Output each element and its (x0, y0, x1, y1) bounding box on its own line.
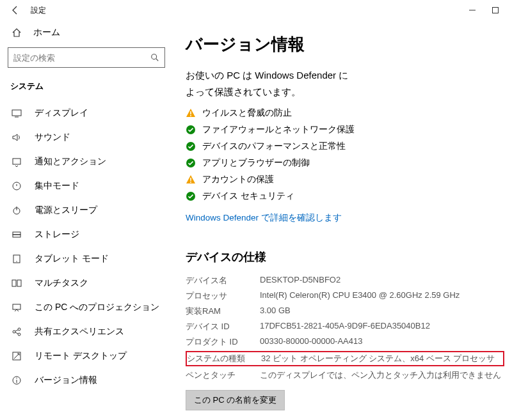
sidebar-item-power[interactable]: 電源とスリープ (3, 198, 170, 222)
svg-point-22 (16, 378, 17, 378)
spec-label-pen-touch: ペンとタッチ (186, 369, 250, 381)
sidebar-item-label: ストレージ (35, 229, 79, 240)
nav-list: ディスプレイ サウンド 通知とアクション 集中モード 電源とスリープ ストレージ (3, 101, 170, 393)
sidebar-item-label: 電源とスリープ (35, 205, 97, 216)
storage-icon (10, 229, 23, 240)
spec-value-product-id: 00330-80000-00000-AA413 (260, 336, 504, 348)
search-input[interactable] (13, 53, 150, 63)
sidebar-item-projection[interactable]: この PC へのプロジェクション (3, 295, 170, 320)
svg-rect-1 (493, 8, 499, 13)
svg-rect-13 (12, 280, 16, 286)
spec-heading: デバイスの仕様 (186, 249, 504, 265)
spec-label-processor: プロセッサ (186, 290, 250, 302)
sidebar-item-display[interactable]: ディスプレイ (3, 101, 170, 125)
shield-warn-icon (186, 108, 196, 118)
spec-row-highlighted: システムの種類 32 ビット オペレーティング システム、x64 ベース プロセ… (186, 351, 504, 366)
spec-label-device-name: デバイス名 (186, 275, 250, 286)
defender-link[interactable]: Windows Defender で詳細を確認します (186, 212, 504, 224)
main-content: バージョン情報 お使いの PC は Windows Defender に よって… (173, 20, 512, 420)
sidebar-item-multitask[interactable]: マルチタスク (3, 271, 170, 295)
spec-value-device-name: DESKTOP-D5NBFO2 (260, 275, 504, 286)
shield-ok-icon (186, 191, 196, 201)
svg-point-24 (190, 115, 191, 116)
svg-rect-4 (12, 110, 21, 116)
shield-warn-icon (186, 175, 196, 185)
spec-label-device-id: デバイス ID (186, 321, 250, 332)
security-item: デバイス セキュリティ (186, 191, 504, 202)
shared-icon (10, 327, 23, 337)
sidebar-item-focus[interactable]: 集中モード (3, 174, 170, 198)
spec-label-ram: 実装RAM (186, 306, 250, 317)
rename-pc-button[interactable]: この PC の名前を変更 (186, 390, 285, 410)
security-item-label: アプリとブラウザーの制御 (202, 157, 310, 169)
svg-rect-9 (13, 232, 20, 235)
window-title: 設定 (31, 5, 46, 16)
spec-table: デバイス名 DESKTOP-D5NBFO2 プロセッサ Intel(R) Cel… (186, 275, 504, 381)
spec-value-system-type: 32 ビット オペレーティング システム、x64 ベース プロセッサ (261, 353, 503, 364)
sidebar-item-label: この PC へのプロジェクション (35, 302, 159, 313)
spec-value-pen-touch: このディスプレイでは、ペン入力とタッチ入力は利用できません (260, 369, 504, 381)
spec-label-system-type: システムの種類 (187, 353, 251, 364)
sidebar-item-label: 共有エクスペリエンス (35, 326, 124, 338)
maximize-button[interactable] (484, 1, 507, 19)
page-title: バージョン情報 (186, 33, 504, 56)
security-item: デバイスのパフォーマンスと正常性 (186, 141, 504, 152)
shield-ok-icon (186, 125, 196, 135)
sidebar-item-storage[interactable]: ストレージ (3, 222, 170, 247)
sound-icon (10, 132, 23, 143)
spec-value-device-id: 17DFCB51-2821-405A-9D9F-6EDA35040B12 (260, 321, 504, 332)
svg-point-29 (190, 182, 191, 183)
svg-point-18 (18, 333, 20, 336)
protection-line2: よって保護されています。 (186, 86, 301, 97)
spec-value-processor: Intel(R) Celeron(R) CPU E3400 @ 2.60GHz … (260, 290, 504, 302)
svg-point-17 (18, 328, 20, 331)
home-link[interactable]: ホーム (3, 20, 170, 45)
svg-point-12 (16, 261, 17, 261)
shield-ok-icon (186, 158, 196, 168)
security-item: アプリとブラウザーの制御 (186, 157, 504, 169)
sidebar-item-tablet[interactable]: タブレット モード (3, 247, 170, 271)
titlebar: 設定 (0, 0, 512, 20)
sidebar-item-about[interactable]: バージョン情報 (3, 368, 170, 393)
tablet-icon (10, 254, 23, 264)
security-item: ファイアウォールとネットワーク保護 (186, 124, 504, 136)
protection-line1: お使いの PC は Windows Defender に (186, 70, 348, 81)
spec-value-ram: 3.00 GB (260, 306, 504, 317)
security-item: アカウントの保護 (186, 174, 504, 185)
sidebar-item-label: タブレット モード (35, 253, 109, 265)
svg-rect-6 (13, 159, 20, 164)
svg-line-3 (156, 59, 159, 61)
sidebar-item-remote[interactable]: リモート デスクトップ (3, 344, 170, 368)
focus-icon (10, 181, 23, 191)
svg-point-2 (152, 54, 157, 59)
search-icon (150, 53, 159, 62)
security-item: ウイルスと脅威の防止 (186, 107, 504, 119)
remote-icon (10, 351, 23, 361)
svg-rect-14 (17, 280, 21, 286)
home-icon (10, 27, 23, 38)
sidebar-item-label: 通知とアクション (35, 156, 106, 167)
sidebar-item-sound[interactable]: サウンド (3, 125, 170, 150)
search-box[interactable] (8, 47, 165, 68)
shield-ok-icon (186, 141, 196, 152)
sidebar-item-label: サウンド (35, 132, 70, 143)
minimize-button[interactable] (461, 1, 484, 19)
security-item-label: デバイスのパフォーマンスと正常性 (202, 141, 346, 152)
notification-icon (10, 157, 23, 167)
sidebar-item-label: ディスプレイ (35, 107, 88, 119)
sidebar-item-label: 集中モード (35, 180, 79, 192)
protection-text: お使いの PC は Windows Defender に よって保護されています… (186, 67, 504, 100)
section-label: システム (3, 75, 170, 101)
security-item-label: ファイアウォールとネットワーク保護 (202, 124, 355, 136)
sidebar-item-notifications[interactable]: 通知とアクション (3, 150, 170, 174)
projection-icon (10, 302, 23, 313)
sidebar-item-shared[interactable]: 共有エクスペリエンス (3, 320, 170, 344)
back-button[interactable] (5, 0, 26, 20)
svg-point-16 (13, 331, 15, 333)
multitask-icon (10, 278, 23, 288)
sidebar-item-label: リモート デスクトップ (35, 350, 127, 362)
svg-rect-10 (13, 235, 20, 237)
security-list: ウイルスと脅威の防止ファイアウォールとネットワーク保護デバイスのパフォーマンスと… (186, 107, 504, 202)
spec-label-product-id: プロダクト ID (186, 336, 250, 348)
info-icon (10, 375, 23, 385)
